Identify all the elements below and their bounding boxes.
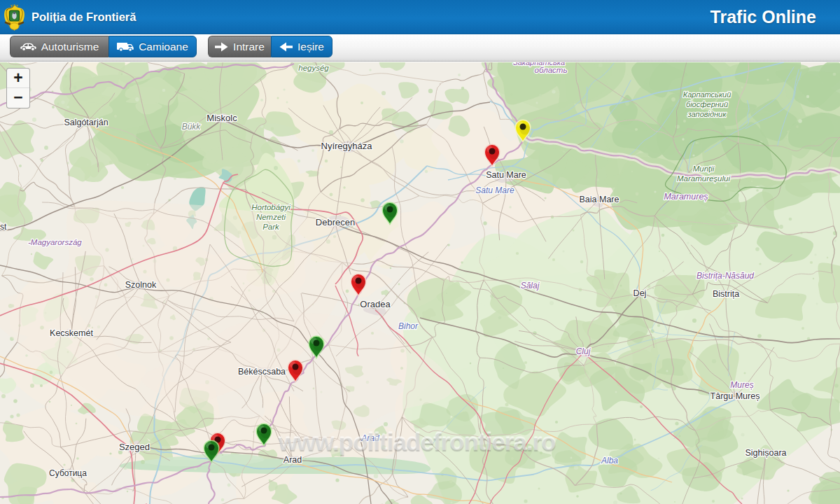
- svg-text:Hortobágyi: Hortobágyi: [251, 203, 290, 211]
- svg-text:Szeged: Szeged: [119, 442, 150, 452]
- svg-text:Bistrița: Bistrița: [713, 289, 739, 299]
- svg-text:Nemzeti: Nemzeti: [256, 213, 286, 221]
- svg-text:Maramureș: Maramureș: [664, 192, 708, 202]
- svg-text:область: область: [535, 66, 568, 74]
- svg-text:Park: Park: [262, 223, 280, 231]
- svg-text:Târgu Mureș: Târgu Mureș: [710, 391, 760, 401]
- svg-text:-Magyarország: -Magyarország: [28, 238, 82, 246]
- svg-text:Kecskemét: Kecskemét: [50, 328, 93, 338]
- svg-text:st: st: [0, 222, 7, 232]
- svg-text:Bihor: Bihor: [398, 321, 419, 331]
- svg-text:Oradea: Oradea: [360, 299, 391, 309]
- svg-text:Sighișoara: Sighișoara: [745, 448, 786, 458]
- svg-text:Arad: Arad: [284, 455, 302, 465]
- svg-text:заповідник: заповідник: [687, 110, 727, 118]
- svg-text:Sălaj: Sălaj: [521, 281, 540, 290]
- svg-text:Baia Mare: Baia Mare: [580, 195, 620, 204]
- svg-text:Mureș: Mureș: [730, 380, 753, 390]
- svg-text:біосферний: біосферний: [686, 100, 728, 108]
- svg-text:Bükk: Bükk: [182, 122, 202, 132]
- svg-text:Cluj: Cluj: [576, 346, 591, 356]
- svg-text:Bistrița-Năsăud: Bistrița-Năsăud: [696, 271, 754, 281]
- svg-text:Munții: Munții: [693, 164, 715, 173]
- svg-text:Суботица: Суботица: [49, 468, 87, 478]
- svg-text:Alba: Alba: [601, 456, 618, 465]
- svg-text:hegység: hegység: [298, 64, 329, 72]
- svg-text:Nyíregyháza: Nyíregyháza: [321, 141, 373, 151]
- svg-text:Satu Mare: Satu Mare: [486, 170, 526, 180]
- svg-text:Карпатський: Карпатський: [683, 90, 732, 99]
- svg-text:Miskolc: Miskolc: [206, 113, 237, 123]
- svg-text:Satu Mare: Satu Mare: [475, 186, 514, 195]
- svg-text:Debrecen: Debrecen: [316, 217, 355, 227]
- svg-text:Dej: Dej: [634, 288, 647, 298]
- svg-text:Békéscsaba: Békéscsaba: [238, 367, 286, 377]
- svg-text:Szolnok: Szolnok: [125, 280, 157, 290]
- svg-text:Salgótarján: Salgótarján: [64, 118, 108, 127]
- svg-text:Maramureșului: Maramureșului: [677, 174, 730, 183]
